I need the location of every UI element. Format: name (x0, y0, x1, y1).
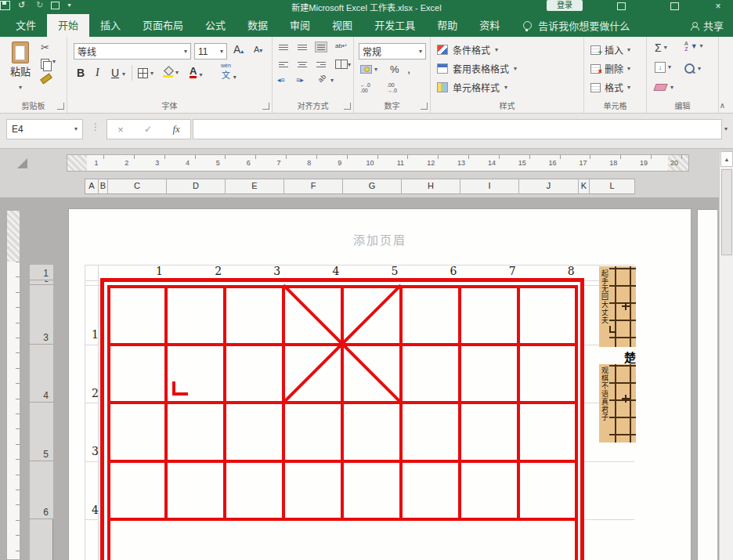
tab-help[interactable]: 帮助 (426, 14, 468, 37)
tell-me-search[interactable]: 告诉我你想要做什么 (523, 14, 630, 37)
increase-decimal-button[interactable]: ←.0 .00 (360, 82, 370, 93)
font-size-select[interactable]: 11 ▾ (194, 43, 227, 60)
scrollbar-thumb[interactable] (721, 169, 732, 255)
tab-review[interactable]: 审阅 (279, 14, 321, 37)
name-box[interactable]: E4 ▾ (6, 119, 83, 139)
alignment-dialog-launcher[interactable] (344, 103, 351, 110)
increase-indent-button[interactable]: ≡▸ (296, 76, 304, 84)
autosum-button[interactable]: Σ ▾ (655, 42, 667, 54)
fill-down-button[interactable]: ↓ ▾ (655, 62, 671, 73)
percent-style-button[interactable]: % (390, 63, 399, 75)
enter-icon[interactable]: ✓ (144, 124, 152, 135)
column-header-k[interactable]: K (579, 179, 590, 193)
font-name-select[interactable]: 等线 ▾ (74, 43, 191, 60)
font-dialog-launcher[interactable] (262, 103, 269, 110)
column-header-c[interactable]: C (108, 179, 167, 193)
board-column-number[interactable]: 5 (343, 265, 398, 277)
column-header-h[interactable]: H (402, 179, 460, 193)
clear-button[interactable]: ▾ (655, 84, 673, 91)
clipboard-dialog-launcher[interactable] (57, 103, 64, 110)
format-cells-button[interactable]: 格式 ▾ (590, 81, 642, 94)
number-format-select[interactable]: 常规 ▾ (359, 43, 426, 60)
decrease-indent-button[interactable]: ◂≡ (277, 76, 285, 84)
tab-file[interactable]: 文件 (5, 14, 47, 37)
ribbon-display-options-button[interactable] (617, 2, 626, 10)
column-header-e[interactable]: E (226, 179, 284, 193)
align-middle-button[interactable] (296, 42, 309, 52)
find-select-button[interactable]: ▾ (684, 63, 701, 74)
tab-ziliao[interactable]: 资料 (468, 14, 511, 37)
underline-button[interactable]: U (111, 67, 119, 79)
row-header-5[interactable]: 5 (30, 403, 53, 461)
sort-filter-button[interactable]: A Z ▼ ▾ (684, 41, 703, 52)
font-color-button[interactable]: A ▾ (190, 66, 202, 78)
board-row-number[interactable]: 1 (75, 328, 99, 341)
paste-button[interactable]: 粘贴 ▾ (6, 42, 34, 92)
tab-view[interactable]: 视图 (321, 14, 363, 37)
tab-home[interactable]: 开始 (47, 14, 89, 37)
phonetic-guide-button[interactable]: wén 文 ▾ (221, 63, 237, 81)
vertical-scrollbar[interactable]: ▲ (719, 151, 733, 560)
board-row-number[interactable]: 2 (75, 387, 99, 399)
board-column-number[interactable]: 2 (167, 265, 222, 277)
sign-in-button[interactable]: 登录 (547, 0, 583, 11)
row-header-4[interactable]: 4 (30, 345, 53, 403)
close-button[interactable]: × (710, 0, 727, 13)
board-column-number[interactable]: 3 (226, 265, 280, 277)
column-header-b[interactable]: B (99, 179, 108, 193)
board-column-number[interactable]: 7 (461, 265, 516, 277)
tab-formulas[interactable]: 公式 (194, 14, 237, 37)
xiangqi-reference-image[interactable]: 起手无回大丈夫 观棋不语真君子 楚 (599, 266, 636, 443)
board-column-number[interactable]: 6 (403, 265, 457, 277)
column-header-g[interactable]: G (343, 179, 402, 193)
column-header-a[interactable]: A (85, 179, 99, 193)
delete-cells-button[interactable]: × 删除 ▾ (590, 62, 642, 75)
worksheet-page[interactable]: 添加页眉 12345678 1234 (69, 209, 691, 560)
align-right-button[interactable] (315, 59, 327, 70)
maximize-button[interactable] (670, 2, 679, 10)
insert-cells-button[interactable]: + 插入 ▾ (590, 43, 642, 56)
column-header-j[interactable]: J (519, 179, 579, 193)
board-row-number[interactable]: 3 (75, 445, 99, 457)
align-center-button[interactable] (296, 59, 309, 70)
comma-style-button[interactable]: , (407, 62, 410, 75)
column-header-d[interactable]: D (167, 179, 226, 193)
orientation-button[interactable]: ab (316, 73, 327, 84)
increase-font-size-button[interactable]: A▴ (233, 43, 244, 56)
tab-data[interactable]: 数据 (237, 14, 279, 37)
row-header-3[interactable]: 3 (30, 285, 53, 345)
align-left-button[interactable] (277, 59, 290, 70)
cell-styles-button[interactable]: 单元格样式 ▾ (437, 81, 580, 94)
align-top-button[interactable] (277, 42, 290, 52)
cut-button[interactable]: ✂ (41, 42, 49, 53)
tab-developer[interactable]: 开发工具 (363, 14, 426, 37)
wrap-text-button[interactable]: ab↵ (335, 42, 348, 49)
decrease-font-size-button[interactable]: A▾ (254, 45, 262, 54)
formula-input[interactable] (193, 119, 722, 139)
board-column-number[interactable]: 1 (108, 265, 163, 277)
cancel-icon[interactable]: × (117, 124, 124, 135)
fill-color-button[interactable]: ▾ (163, 67, 179, 78)
tab-insert[interactable]: 插入 (89, 14, 132, 37)
number-dialog-launcher[interactable] (421, 103, 428, 110)
conditional-formatting-button[interactable]: 条件格式 ▾ (437, 43, 580, 56)
insert-function-icon[interactable]: fx (172, 123, 179, 135)
accounting-format-button[interactable]: ▾ (360, 65, 377, 74)
align-bottom-button[interactable] (315, 42, 327, 52)
board-column-number[interactable]: 4 (284, 265, 339, 277)
column-header-i[interactable]: I (460, 179, 519, 193)
row-header-1[interactable]: 1 (30, 265, 53, 280)
vertical-ruler[interactable] (6, 210, 20, 560)
decrease-decimal-button[interactable]: .00 →.0 (387, 82, 397, 93)
board-row-number[interactable]: 4 (75, 504, 99, 516)
format-painter-button[interactable] (41, 76, 52, 81)
bold-button[interactable]: B (77, 67, 85, 79)
name-box-splitter[interactable]: ⋮ (91, 121, 100, 132)
borders-button[interactable]: ▾ (138, 68, 153, 78)
collapse-ribbon-icon[interactable]: ∧ (720, 101, 725, 110)
select-all-corner[interactable] (17, 158, 27, 168)
share-button[interactable]: 共享 (691, 14, 724, 37)
column-header-l[interactable]: L (590, 179, 635, 193)
format-as-table-button[interactable]: 套用表格格式 ▾ (437, 62, 580, 75)
horizontal-ruler[interactable]: 1234567891011121314151617181920 (67, 154, 689, 172)
